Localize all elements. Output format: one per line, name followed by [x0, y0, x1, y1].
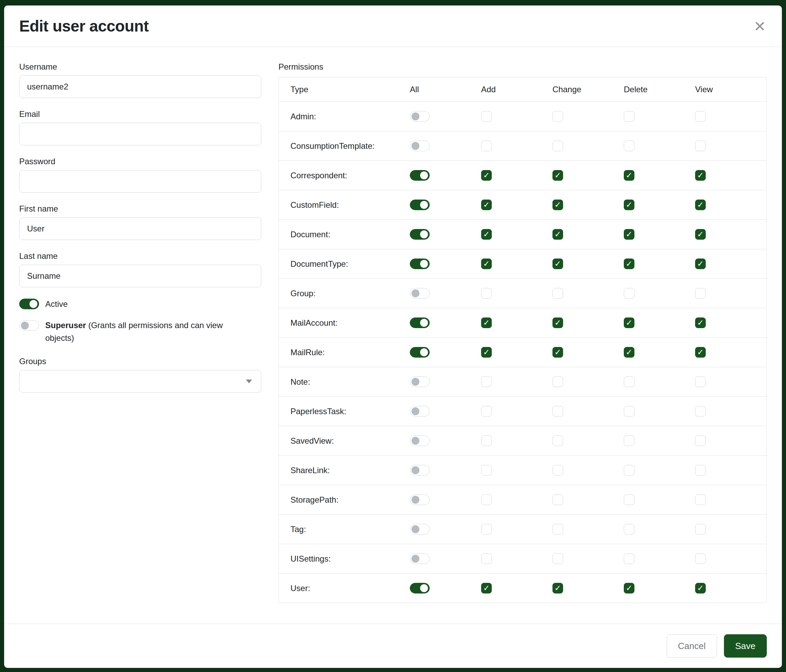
permission-view-checkbox[interactable]	[695, 406, 706, 416]
permission-view-checkbox[interactable]	[695, 553, 706, 564]
username-input[interactable]	[19, 75, 261, 98]
first-name-field[interactable]	[19, 217, 261, 240]
permission-all-cell	[410, 259, 481, 269]
permission-change-checkbox[interactable]	[552, 229, 563, 240]
permission-delete-checkbox[interactable]	[624, 141, 634, 151]
permission-delete-checkbox[interactable]	[624, 170, 634, 181]
permission-change-checkbox[interactable]	[552, 495, 563, 505]
permission-add-checkbox[interactable]	[481, 288, 492, 298]
permission-view-checkbox[interactable]	[695, 229, 706, 240]
permission-delete-checkbox[interactable]	[624, 377, 634, 387]
email-field[interactable]	[19, 123, 261, 145]
permission-change-checkbox[interactable]	[552, 347, 563, 358]
permission-view-checkbox[interactable]	[695, 259, 706, 269]
permission-all-toggle[interactable]	[410, 553, 430, 564]
permission-delete-checkbox[interactable]	[624, 553, 634, 564]
permission-view-checkbox[interactable]	[695, 465, 706, 476]
save-button[interactable]: Save	[724, 634, 767, 658]
password-field[interactable]	[19, 170, 261, 193]
permission-all-toggle[interactable]	[410, 495, 430, 505]
permission-add-checkbox[interactable]	[481, 553, 492, 564]
permission-add-checkbox[interactable]	[481, 259, 492, 269]
permission-view-checkbox[interactable]	[695, 435, 706, 446]
permission-add-checkbox[interactable]	[481, 199, 492, 210]
permission-row: Group:	[279, 278, 766, 308]
permission-all-toggle[interactable]	[410, 347, 430, 358]
close-icon[interactable]: ×	[753, 16, 767, 36]
permission-view-checkbox[interactable]	[695, 170, 706, 181]
permission-view-checkbox[interactable]	[695, 141, 706, 151]
permission-change-checkbox[interactable]	[552, 170, 563, 181]
permission-all-toggle[interactable]	[410, 288, 430, 298]
permission-all-toggle[interactable]	[410, 406, 430, 416]
permission-add-checkbox[interactable]	[481, 377, 492, 387]
permission-view-checkbox[interactable]	[695, 524, 706, 534]
active-toggle[interactable]	[19, 298, 39, 309]
permission-all-toggle[interactable]	[410, 524, 430, 534]
permission-all-toggle[interactable]	[410, 229, 430, 240]
permission-view-checkbox[interactable]	[695, 111, 706, 122]
permission-view-checkbox[interactable]	[695, 288, 706, 298]
permission-all-toggle[interactable]	[410, 317, 430, 328]
permission-delete-checkbox[interactable]	[624, 288, 634, 298]
toggle-knob	[412, 407, 420, 415]
permission-delete-checkbox[interactable]	[624, 435, 634, 446]
permission-delete-checkbox[interactable]	[624, 524, 634, 534]
permission-delete-checkbox[interactable]	[624, 259, 634, 269]
permission-change-checkbox[interactable]	[552, 141, 563, 151]
permission-delete-checkbox[interactable]	[624, 229, 634, 240]
permission-all-toggle[interactable]	[410, 465, 430, 476]
permission-all-toggle[interactable]	[410, 259, 430, 269]
superuser-toggle[interactable]	[19, 320, 39, 331]
permission-add-checkbox[interactable]	[481, 465, 492, 476]
permission-all-toggle[interactable]	[410, 199, 430, 210]
permission-view-checkbox[interactable]	[695, 495, 706, 505]
permission-delete-checkbox[interactable]	[624, 199, 634, 210]
permission-delete-checkbox[interactable]	[624, 317, 634, 328]
permission-change-checkbox[interactable]	[552, 288, 563, 298]
last-name-field[interactable]	[19, 265, 261, 287]
permission-add-checkbox[interactable]	[481, 495, 492, 505]
permission-change-checkbox[interactable]	[552, 111, 563, 122]
permission-view-checkbox[interactable]	[695, 377, 706, 387]
cancel-button[interactable]: Cancel	[667, 634, 717, 658]
permission-add-checkbox[interactable]	[481, 317, 492, 328]
permission-all-toggle[interactable]	[410, 170, 430, 181]
permission-view-checkbox[interactable]	[695, 317, 706, 328]
permission-add-checkbox[interactable]	[481, 347, 492, 358]
permission-view-checkbox[interactable]	[695, 347, 706, 358]
permission-change-checkbox[interactable]	[552, 524, 563, 534]
permission-all-toggle[interactable]	[410, 141, 430, 151]
permission-add-checkbox[interactable]	[481, 141, 492, 151]
permission-delete-checkbox[interactable]	[624, 465, 634, 476]
permission-delete-checkbox[interactable]	[624, 495, 634, 505]
permission-delete-checkbox[interactable]	[624, 347, 634, 358]
permission-add-checkbox[interactable]	[481, 406, 492, 416]
groups-select[interactable]	[19, 370, 261, 393]
permission-add-checkbox[interactable]	[481, 435, 492, 446]
permission-all-toggle[interactable]	[410, 435, 430, 446]
permission-all-toggle[interactable]	[410, 377, 430, 387]
permission-change-checkbox[interactable]	[552, 406, 563, 416]
permission-all-toggle[interactable]	[410, 111, 430, 122]
permission-change-checkbox[interactable]	[552, 583, 563, 593]
permission-add-checkbox[interactable]	[481, 583, 492, 593]
permission-all-toggle[interactable]	[410, 583, 430, 593]
permission-change-checkbox[interactable]	[552, 465, 563, 476]
permission-change-checkbox[interactable]	[552, 259, 563, 269]
permission-view-checkbox[interactable]	[695, 583, 706, 593]
permission-add-checkbox[interactable]	[481, 170, 492, 181]
permission-change-checkbox[interactable]	[552, 377, 563, 387]
permission-change-checkbox[interactable]	[552, 317, 563, 328]
permission-change-checkbox[interactable]	[552, 199, 563, 210]
permission-delete-checkbox[interactable]	[624, 583, 634, 593]
permission-add-checkbox[interactable]	[481, 524, 492, 534]
permission-view-checkbox[interactable]	[695, 199, 706, 210]
permission-change-checkbox[interactable]	[552, 553, 563, 564]
permission-add-checkbox[interactable]	[481, 111, 492, 122]
permission-delete-checkbox[interactable]	[624, 111, 634, 122]
permission-delete-checkbox[interactable]	[624, 406, 634, 416]
permission-type-label: MailAccount:	[279, 318, 410, 328]
permission-change-checkbox[interactable]	[552, 435, 563, 446]
permission-add-checkbox[interactable]	[481, 229, 492, 240]
